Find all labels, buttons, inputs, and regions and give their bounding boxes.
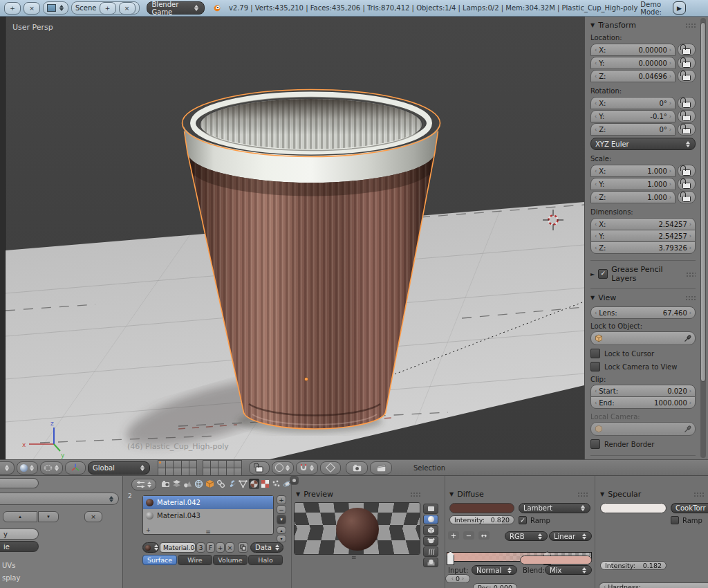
render-context-icon[interactable]	[160, 479, 171, 489]
layer-grid-2[interactable]	[203, 461, 242, 475]
diffuse-color-swatch[interactable]	[449, 503, 514, 513]
scene-selector[interactable]: Scene + ×	[71, 1, 140, 15]
view-panel-header[interactable]: ▼ View	[590, 288, 696, 302]
diffuse-shader-dropdown[interactable]: Lambert	[519, 503, 590, 513]
remove-material-slot-button[interactable]: −	[277, 505, 286, 514]
specular-hardness-slider[interactable]: ‹ Hardness:	[599, 582, 708, 588]
ramp-interpolation-dropdown[interactable]: Linear	[549, 531, 592, 541]
demo-play-button[interactable]: ▶	[673, 1, 686, 15]
location-y-field[interactable]: ‹Y:0.00000›	[590, 57, 676, 69]
clip-end-field[interactable]: ‹End:1000.000›	[590, 396, 696, 409]
render-opengl-button[interactable]	[346, 461, 368, 475]
ramp-add-stop-button[interactable]: +	[448, 531, 459, 540]
constraints-context-icon[interactable]	[216, 479, 226, 489]
preview-monkey-button[interactable]	[423, 536, 438, 546]
ramp-delete-stop-button[interactable]: −	[463, 531, 474, 540]
diffuse-panel-header[interactable]: ▼ Diffuse	[449, 490, 588, 499]
render-layers-context-icon[interactable]	[171, 479, 182, 489]
specular-color-swatch[interactable]	[600, 503, 667, 513]
location-z-field[interactable]: ‹Z:0.04696›	[590, 70, 676, 82]
copy-material-button[interactable]	[238, 542, 248, 553]
panel-grip-icon[interactable]	[693, 492, 704, 497]
partial-light-button[interactable]: y	[0, 529, 39, 540]
ramp-stop-color-swatch[interactable]	[520, 555, 592, 564]
material-slot-row[interactable]: Material.043	[143, 509, 273, 522]
partial-button[interactable]	[0, 478, 39, 488]
move-up-button[interactable]: ▴	[3, 511, 37, 522]
manipulator-toggle-button[interactable]	[65, 461, 86, 475]
lock-scale-z-button[interactable]	[678, 191, 696, 203]
lock-location-x-button[interactable]	[678, 44, 696, 56]
snap-dropdown[interactable]	[296, 461, 318, 475]
material-context-icon[interactable]	[249, 479, 259, 489]
lock-to-cursor-checkbox[interactable]	[590, 349, 600, 358]
layer-cell[interactable]	[234, 468, 242, 476]
lock-location-z-button[interactable]	[678, 70, 696, 82]
modifiers-context-icon[interactable]	[227, 479, 237, 489]
dimensions-x-field[interactable]: ‹X:2.54257›	[590, 218, 696, 230]
grease-pencil-panel-header[interactable]: ► ✓ Grease Pencil Layers	[590, 260, 696, 283]
ramp-flip-button[interactable]: ↔	[478, 531, 490, 540]
panel-grip-icon[interactable]	[410, 492, 420, 497]
preview-cube-button[interactable]	[423, 525, 438, 535]
lock-scale-x-button[interactable]	[678, 165, 696, 177]
snap-element-button[interactable]	[320, 461, 341, 475]
eyedropper-icon[interactable]	[684, 425, 691, 433]
grease-pencil-checkbox[interactable]: ✓	[598, 269, 608, 279]
ramp-stop-position-field[interactable]: Pos:0.000	[473, 583, 517, 588]
scale-x-field[interactable]: ‹X:1.000›	[590, 165, 676, 177]
add-screen-button[interactable]: +	[4, 2, 21, 15]
add-material-slot-button[interactable]: +	[277, 495, 286, 504]
lock-scale-y-button[interactable]	[678, 178, 696, 190]
render-engine-dropdown[interactable]: Blender Game	[147, 1, 205, 15]
partial-dark-button[interactable]: ie	[0, 541, 39, 552]
diffuse-intensity-slider[interactable]: Intensity: 0.820	[449, 515, 514, 524]
tab-halo[interactable]: Halo	[248, 555, 283, 565]
transform-panel-header[interactable]: ▼ Transform	[590, 21, 696, 30]
render-border-checkbox[interactable]	[590, 439, 600, 449]
fake-user-button[interactable]: F	[206, 542, 215, 553]
lock-rotation-x-button[interactable]	[678, 97, 696, 109]
layer-cell[interactable]	[189, 468, 197, 476]
ramp-color-mode-dropdown[interactable]: RGB	[505, 531, 548, 541]
preview-flat-button[interactable]	[423, 504, 438, 514]
scale-y-field[interactable]: ‹Y:1.000›	[590, 178, 676, 190]
lens-field[interactable]: ‹Lens:67.460›	[590, 306, 696, 319]
ramp-input-dropdown[interactable]: Normal	[472, 565, 517, 575]
unlink-material-button[interactable]: ×	[225, 542, 234, 553]
delete-scene-button[interactable]: ×	[119, 2, 136, 15]
panel-grip-icon[interactable]	[685, 295, 696, 300]
texture-context-icon[interactable]	[260, 479, 270, 489]
lock-rotation-z-button[interactable]	[678, 123, 696, 136]
link-datablock-dropdown[interactable]: Data	[250, 542, 283, 553]
ramp-stop-handle[interactable]	[447, 551, 454, 565]
dimensions-y-field[interactable]: ‹Y:2.54257›	[590, 230, 696, 242]
delete-screen-button[interactable]: ×	[24, 2, 40, 15]
material-name-field[interactable]: Material.042	[160, 542, 196, 553]
lock-camera-checkbox[interactable]	[590, 362, 600, 371]
ramp-stop-index-stepper[interactable]: ‹0›	[445, 574, 470, 583]
ramp-blend-dropdown[interactable]: Mix	[545, 565, 592, 575]
close-button[interactable]: ×	[84, 511, 102, 522]
screen-layout-selector[interactable]	[43, 1, 68, 15]
transform-orientation-dropdown[interactable]: Global	[88, 461, 150, 475]
lock-location-y-button[interactable]	[678, 57, 696, 69]
particles-context-icon[interactable]	[271, 479, 281, 489]
material-specials-dropdown[interactable]: ▾	[277, 515, 286, 524]
editor-edge-strip[interactable]	[0, 17, 6, 459]
rotation-z-field[interactable]: ‹Z:0°›	[590, 123, 676, 136]
npanel-scrollbar-thumb[interactable]	[700, 22, 706, 382]
panel-grip-icon[interactable]	[577, 492, 588, 497]
diffuse-ramp-checkbox[interactable]: ✓	[519, 516, 527, 524]
material-slot-row[interactable]: Material.042	[143, 496, 273, 509]
partial-dropdown[interactable]	[0, 493, 119, 505]
browse-material-dropdown[interactable]	[142, 542, 159, 553]
mode-dropdown-partial[interactable]	[0, 461, 15, 475]
panel-grip-icon[interactable]	[686, 272, 696, 277]
list-resize-grip[interactable]: ≡	[205, 529, 211, 535]
specular-intensity-slider[interactable]: Intensity: 0.182	[600, 561, 667, 570]
viewport-shading-dropdown[interactable]	[17, 461, 38, 475]
object-context-icon[interactable]	[205, 479, 215, 489]
rotation-x-field[interactable]: ‹X:0°›	[590, 97, 676, 109]
pivot-dropdown[interactable]	[40, 461, 63, 475]
